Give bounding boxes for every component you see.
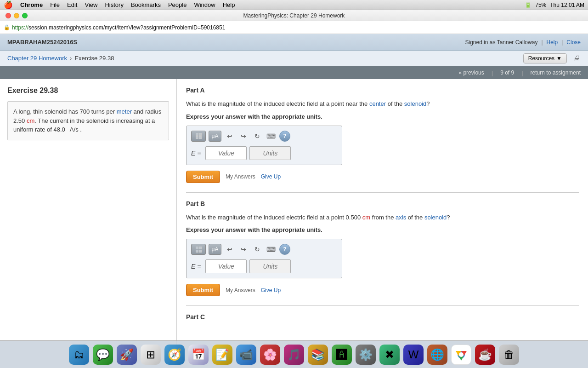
dock-app-store[interactable]: 🅰	[332, 345, 352, 356]
dock-finder[interactable]: 🗂	[69, 345, 89, 356]
part-a-eq-label: E =	[191, 150, 201, 157]
dock-books[interactable]: 📚	[308, 345, 328, 356]
main-layout: Exercise 29.38 A long, thin solenoid has…	[0, 79, 588, 355]
dock-word[interactable]: W	[403, 345, 424, 356]
problem-text: A long, thin solenoid has 700 turns per …	[13, 108, 161, 133]
part-a-value-input[interactable]	[205, 146, 247, 160]
divider-bc	[186, 305, 579, 306]
dock-trash[interactable]: 🗑	[499, 345, 519, 356]
part-b-answer-box: μA ↩ ↪ ↻ ⌨ ? E =	[186, 239, 342, 278]
keyboard-button-b[interactable]: ⌨	[266, 244, 277, 255]
dock-launchpad[interactable]: 🚀	[117, 345, 137, 356]
part-b-title: Part B	[186, 200, 579, 207]
dropdown-icon: ▼	[556, 55, 562, 62]
app-header: MPABRAHAM25242016S Signed in as Tanner C…	[0, 34, 588, 51]
part-b-question: What is the magnitude of the induced ele…	[186, 213, 579, 222]
traffic-lights	[6, 13, 28, 18]
part-c-title: Part C	[186, 313, 579, 321]
menu-bar: 🍎 Chrome File Edit View History Bookmark…	[0, 0, 588, 10]
part-a-action-row: Submit My Answers Give Up	[186, 171, 579, 183]
dock-messages[interactable]: 💬	[93, 345, 113, 356]
breadcrumb-home[interactable]: Chapter 29 Homework	[7, 55, 67, 62]
redo-button-b[interactable]: ↪	[238, 244, 249, 255]
part-b-give-up[interactable]: Give Up	[261, 287, 281, 293]
part-b-value-input[interactable]	[205, 259, 247, 273]
mu-button-a[interactable]: μA	[209, 131, 221, 142]
menu-people[interactable]: People	[168, 1, 187, 8]
menu-help[interactable]: Help	[223, 1, 235, 8]
close-link[interactable]: Close	[566, 39, 581, 46]
refresh-button-b[interactable]: ↻	[252, 244, 263, 255]
part-b-eq-label: E =	[191, 263, 201, 270]
nav-separator: |	[492, 69, 493, 76]
content-area: Part A What is the magnitude of the indu…	[177, 79, 588, 355]
lock-icon: 🔒	[4, 24, 10, 30]
battery-icon: 🔋	[525, 2, 531, 8]
signed-in-text: Signed in as Tanner Calloway	[465, 39, 538, 46]
resources-button[interactable]: Resources ▼	[523, 53, 567, 63]
return-link[interactable]: return to assignment	[531, 69, 581, 76]
part-a-submit-button[interactable]: Submit	[186, 171, 220, 183]
help-button-a[interactable]: ?	[279, 131, 290, 142]
clock: Thu 12:01 AM	[550, 2, 584, 8]
part-a-input-row: E =	[191, 146, 337, 160]
menu-file[interactable]: File	[50, 1, 60, 8]
navigation-bar: « previous | 9 of 9 | return to assignme…	[0, 66, 588, 79]
dock-system-prefs[interactable]: ⚙️	[356, 345, 376, 356]
menu-history[interactable]: History	[105, 1, 123, 8]
menu-bar-right: 🔋 75% Thu 12:01 AM	[525, 2, 584, 8]
maximize-button[interactable]	[22, 13, 28, 18]
dock-chrome[interactable]	[451, 345, 471, 356]
battery-level: 75%	[535, 2, 546, 8]
problem-box: A long, thin solenoid has 700 turns per …	[7, 101, 169, 140]
grid-button-b[interactable]	[191, 244, 206, 255]
part-b-input-row: E =	[191, 259, 337, 273]
menu-chrome[interactable]: Chrome	[20, 1, 43, 8]
close-button[interactable]	[6, 13, 11, 18]
dock-facetime[interactable]: 📹	[236, 345, 256, 356]
redo-button-a[interactable]: ↪	[238, 131, 249, 142]
part-b-instruction: Express your answer with the appropriate…	[186, 226, 579, 233]
part-a-title: Part A	[186, 86, 579, 94]
menu-bookmarks[interactable]: Bookmarks	[131, 1, 161, 8]
dock-browser2[interactable]: 🌐	[427, 345, 447, 356]
dock-excel[interactable]: ✖	[379, 345, 400, 356]
undo-button-b[interactable]: ↩	[224, 244, 235, 255]
keyboard-button-a[interactable]: ⌨	[266, 131, 277, 142]
dock-photos[interactable]: 🌸	[260, 345, 280, 356]
part-a-my-answers: My Answers	[226, 173, 255, 180]
print-button[interactable]: 🖨	[573, 54, 581, 63]
apple-menu[interactable]: 🍎	[4, 0, 13, 9]
dock-mission-control[interactable]: ⊞	[141, 345, 161, 356]
menu-edit[interactable]: Edit	[67, 1, 77, 8]
separator2: |	[561, 39, 563, 46]
help-link[interactable]: Help	[547, 39, 558, 46]
previous-link[interactable]: « previous	[458, 69, 484, 76]
menu-view[interactable]: View	[85, 1, 97, 8]
part-a-units-input[interactable]	[249, 146, 291, 160]
refresh-button-a[interactable]: ↻	[252, 131, 263, 142]
minimize-button[interactable]	[14, 13, 19, 18]
breadcrumb-current: Exercise 29.38	[74, 55, 114, 62]
grid-button-a[interactable]	[191, 131, 206, 142]
dock-itunes[interactable]: 🎵	[284, 345, 304, 356]
site-name: MPABRAHAM25242016S	[7, 39, 77, 46]
dock: 🗂 💬 🚀 ⊞ 🧭 📅 📝 📹 🌸 🎵 📚 🅰 ⚙️ ✖ W 🌐 ☕ 🗑	[0, 340, 588, 355]
dock-calendar[interactable]: 📅	[188, 345, 209, 356]
dock-java[interactable]: ☕	[475, 345, 495, 356]
part-a-give-up[interactable]: Give Up	[261, 173, 281, 180]
address-bar[interactable]: 🔒 https://session.masteringphysics.com/m…	[0, 21, 588, 34]
part-a-answer-box: μA ↩ ↪ ↻ ⌨ ? E =	[186, 126, 342, 165]
mu-button-b[interactable]: μA	[209, 244, 221, 255]
help-button-b[interactable]: ?	[279, 244, 290, 255]
part-a-section: Part A What is the magnitude of the indu…	[186, 86, 579, 183]
part-b-units-input[interactable]	[249, 259, 291, 273]
nav-separator2: |	[521, 69, 523, 76]
dock-stickies[interactable]: 📝	[212, 345, 232, 356]
dock-safari[interactable]: 🧭	[164, 345, 185, 356]
menu-window[interactable]: Window	[194, 1, 215, 8]
part-b-submit-button[interactable]: Submit	[186, 284, 220, 296]
undo-button-a[interactable]: ↩	[224, 131, 235, 142]
sidebar: Exercise 29.38 A long, thin solenoid has…	[0, 79, 177, 355]
sidebar-title: Exercise 29.38	[7, 86, 169, 95]
